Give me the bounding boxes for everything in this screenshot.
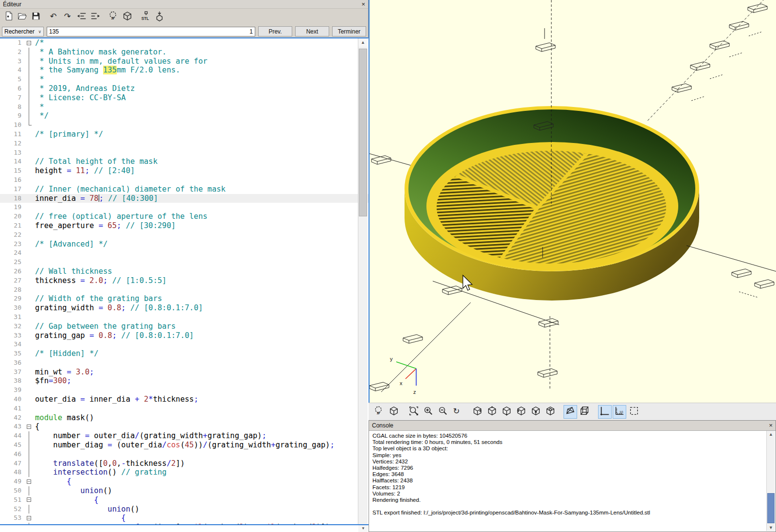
export-stl-button[interactable]: STL — [139, 10, 153, 24]
fold-margin[interactable]: – — [25, 477, 33, 486]
fold-margin[interactable]: – — [25, 38, 33, 48]
code-line[interactable]: 28 — [0, 285, 369, 295]
close-icon[interactable]: × — [769, 422, 773, 429]
code-line[interactable]: 16 — [0, 176, 369, 185]
code-line[interactable]: 34 — [0, 340, 369, 349]
code-line[interactable]: 10 — [0, 121, 369, 130]
code-line[interactable]: 3 * Units in mm, default values are for — [0, 57, 369, 66]
search-mode-dropdown[interactable]: Rechercher ∨ — [2, 27, 44, 36]
zoom-out-button[interactable] — [436, 405, 450, 419]
code-line[interactable]: 24 — [0, 248, 369, 258]
code-line[interactable]: 4 * the Samyang 135mm F/2.0 lens. — [0, 66, 369, 75]
code-line[interactable]: 22 — [0, 231, 369, 240]
console-scrollbar[interactable]: ▲ ▼ — [766, 431, 775, 531]
code-line[interactable]: 11/* [primary] */ — [0, 130, 369, 139]
fold-margin[interactable]: – — [25, 422, 33, 431]
zoom-all-button[interactable] — [407, 405, 421, 419]
scroll-down-arrow-icon[interactable]: ▼ — [767, 525, 775, 530]
indent-button[interactable] — [88, 10, 102, 24]
code-line[interactable]: 21free_aperture = 65; // [30:290] — [0, 221, 369, 231]
search-input[interactable]: 135 1 — [47, 27, 255, 36]
code-line[interactable]: 33grating_gap = 0.8; // [0.8:0.1:7.0] — [0, 331, 369, 340]
render-button[interactable] — [387, 405, 401, 419]
code-line[interactable]: 31 — [0, 313, 369, 322]
code-line[interactable]: 20// free (optical) aperture of the lens — [0, 212, 369, 221]
code-line[interactable]: 45 number_diag = (outer_dia/cos(45))/(gr… — [0, 441, 369, 450]
scroll-up-arrow-icon[interactable]: ▲ — [767, 432, 775, 437]
code-line[interactable]: 7 * License: CC-BY-SA — [0, 93, 369, 103]
scrollbar-thumb[interactable] — [767, 493, 775, 523]
code-line[interactable]: 52 union() — [0, 505, 369, 514]
code-line[interactable]: 18inner_dia = 78; // [40:300] — [0, 194, 369, 203]
code-line[interactable]: 48 intersection() // grating — [0, 468, 369, 477]
3d-viewport[interactable]: x y z — [369, 0, 776, 403]
code-line[interactable]: 44 number = outer_dia/(grating_width+gra… — [0, 431, 369, 441]
view-top-button[interactable] — [485, 405, 499, 419]
view-bottom-button[interactable] — [500, 405, 513, 419]
code-line[interactable]: 51– { — [0, 496, 369, 505]
code-line[interactable]: 8 * — [0, 103, 369, 112]
render-button[interactable] — [121, 10, 134, 24]
next-button[interactable]: Next — [295, 26, 329, 36]
code-line[interactable]: 12 — [0, 139, 369, 148]
code-line[interactable]: 5 * — [0, 75, 369, 84]
show-axes-button[interactable] — [598, 405, 612, 419]
code-line[interactable]: 36 — [0, 358, 369, 368]
preview-button[interactable]: » — [107, 10, 121, 24]
view-back-button[interactable] — [544, 405, 557, 419]
code-line[interactable]: 13 — [0, 148, 369, 158]
unindent-button[interactable] — [75, 10, 88, 24]
code-line[interactable]: 43–{ — [0, 422, 369, 431]
fold-margin[interactable]: – — [25, 514, 33, 523]
code-line[interactable]: 42module mask() — [0, 413, 369, 423]
show-scale-markers-button[interactable]: 10 — [613, 405, 626, 419]
view-left-button[interactable] — [514, 405, 528, 419]
code-line[interactable]: 49– { — [0, 477, 369, 486]
code-line[interactable]: 1–/* — [0, 38, 369, 48]
undo-button[interactable]: ↶ — [48, 10, 61, 24]
code-line[interactable]: 53– { — [0, 514, 369, 523]
reset-view-button[interactable]: ↻ — [451, 405, 464, 419]
code-line[interactable]: 46 — [0, 450, 369, 459]
open-file-button[interactable] — [16, 10, 29, 24]
code-line[interactable]: 23/* [Advanced] */ — [0, 240, 369, 249]
code-line[interactable]: 9 */ — [0, 111, 369, 121]
code-line[interactable]: 17// Inner (mechanical) diameter of the … — [0, 185, 369, 194]
close-icon[interactable]: × — [361, 0, 365, 8]
prev-button[interactable]: Prev. — [258, 26, 292, 36]
code-line[interactable]: 2 * A Bahtinov mask generator. — [0, 48, 369, 57]
code-line[interactable]: 14// Total height of the mask — [0, 157, 369, 166]
editor-titlebar[interactable]: Éditeur × — [0, 0, 368, 9]
perspective-button[interactable] — [564, 405, 577, 419]
code-line[interactable]: 40outer_dia = inner_dia + 2*thickness; — [0, 395, 369, 404]
code-line[interactable]: 25 — [0, 258, 369, 267]
code-line[interactable]: 27thickness = 2.0; // [1:0.5:5] — [0, 276, 369, 285]
view-front-button[interactable] — [529, 405, 543, 419]
done-button[interactable]: Terminer — [332, 26, 366, 36]
code-line[interactable]: 6 * 2019, Andreas Dietz — [0, 84, 369, 93]
fold-margin[interactable]: – — [25, 496, 33, 505]
code-line[interactable]: 32// Gap between the grating bars — [0, 322, 369, 331]
zoom-in-button[interactable] — [422, 405, 435, 419]
code-line[interactable]: 19 — [0, 203, 369, 212]
new-file-button[interactable] — [2, 10, 16, 24]
code-line[interactable]: 15height = 11; // [2:40] — [0, 166, 369, 176]
code-line[interactable]: 39 — [0, 386, 369, 395]
orthographic-button[interactable] — [578, 405, 592, 419]
code-line[interactable]: 38$fn=300; — [0, 376, 369, 386]
code-line[interactable]: 29// Width of the grating bars — [0, 294, 369, 303]
code-editor[interactable]: 1–/*2 * A Bahtinov mask generator.3 * Un… — [0, 38, 369, 524]
editor-vertical-scrollbar[interactable]: ▲ — [358, 38, 368, 524]
code-line[interactable]: 26// Wall thickness — [0, 267, 369, 276]
export-image-button[interactable] — [153, 10, 166, 24]
scrollbar-thumb[interactable] — [359, 49, 367, 216]
code-line[interactable]: 35/* [Hidden] */ — [0, 349, 369, 358]
code-line[interactable]: 47 translate([0,0,-thickness/2]) — [0, 459, 369, 468]
code-line[interactable]: 30grating_width = 0.8; // [0.8:0.1:7.0] — [0, 303, 369, 313]
save-button[interactable] — [29, 10, 43, 24]
scroll-down-arrow-icon[interactable]: ▼ — [358, 525, 368, 532]
console-header[interactable]: Console × — [369, 421, 776, 431]
view-right-button[interactable] — [471, 405, 484, 419]
preview-button[interactable]: » — [372, 405, 386, 419]
code-line[interactable]: 37min_wt = 3.0; — [0, 368, 369, 377]
